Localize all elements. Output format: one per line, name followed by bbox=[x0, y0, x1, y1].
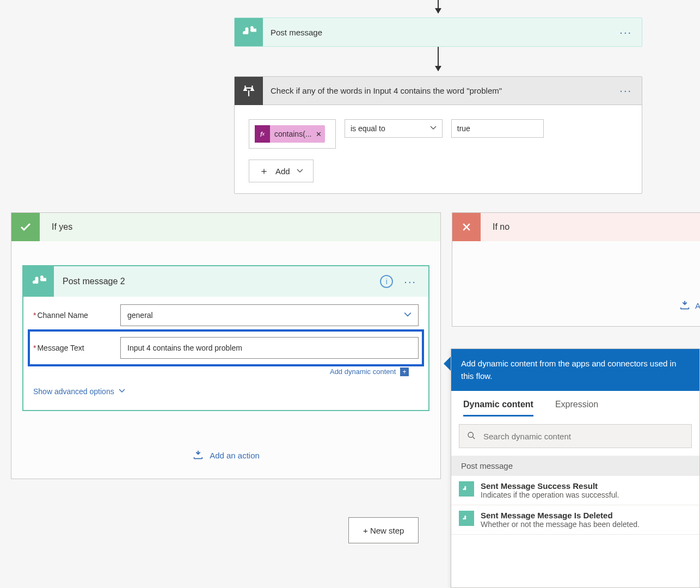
slack-icon bbox=[459, 481, 474, 497]
dynamic-content-item[interactable]: Sent Message Message Is Deleted Whether … bbox=[451, 505, 699, 535]
fx-icon: fx bbox=[255, 125, 270, 143]
branch-label: If no bbox=[493, 222, 509, 232]
info-icon[interactable]: i bbox=[380, 275, 393, 288]
add-condition-button[interactable]: ＋ Add bbox=[249, 160, 314, 182]
condition-card[interactable]: Check if any of the words in Input 4 con… bbox=[234, 76, 642, 194]
condition-title: Check if any of the words in Input 4 con… bbox=[271, 86, 616, 95]
slack-icon bbox=[459, 511, 474, 526]
add-action-link[interactable]: Add bbox=[679, 299, 700, 311]
slack-icon bbox=[23, 266, 54, 297]
svg-point-0 bbox=[468, 432, 473, 437]
message-text-input[interactable]: Input 4 contains the word problem bbox=[120, 337, 419, 359]
action-menu-icon[interactable]: ··· bbox=[401, 275, 420, 288]
item-description: Whether or not the message has been dele… bbox=[481, 520, 640, 529]
field-message-text: *Message Text Input 4 contains the word … bbox=[30, 332, 422, 364]
item-title: Sent Message Message Is Deleted bbox=[481, 511, 640, 520]
show-advanced-options-link[interactable]: Show advanced options bbox=[33, 387, 125, 396]
chevron-down-icon bbox=[430, 124, 437, 133]
control-icon bbox=[235, 77, 263, 105]
expression-token[interactable]: fx contains(... ✕ bbox=[255, 125, 325, 143]
expression-operand[interactable]: fx contains(... ✕ bbox=[249, 119, 336, 149]
compare-value-input[interactable]: true bbox=[451, 119, 544, 138]
branch-if-no: If no bbox=[452, 212, 700, 327]
tab-expression[interactable]: Expression bbox=[555, 400, 598, 416]
chevron-down-icon bbox=[119, 387, 125, 396]
item-description: Indicates if the operation was successfu… bbox=[481, 491, 619, 499]
chevron-down-icon bbox=[297, 167, 303, 176]
remove-token-icon[interactable]: ✕ bbox=[316, 130, 322, 138]
check-icon bbox=[11, 213, 40, 241]
search-icon bbox=[467, 431, 476, 442]
close-icon bbox=[452, 213, 481, 241]
plus-icon: + bbox=[400, 367, 409, 376]
branch-if-yes: If yes Post message 2 i ··· *Channel Nam… bbox=[11, 212, 441, 479]
tab-dynamic-content[interactable]: Dynamic content bbox=[463, 400, 533, 416]
add-dynamic-content-link[interactable]: Add dynamic content + bbox=[33, 364, 419, 376]
search-input[interactable] bbox=[482, 431, 684, 442]
slack-icon bbox=[235, 18, 263, 46]
chevron-down-icon bbox=[404, 311, 412, 320]
dynamic-content-panel: Add dynamic content from the apps and co… bbox=[451, 348, 700, 588]
callout-arrow bbox=[444, 356, 451, 371]
dynamic-content-item[interactable]: Sent Message Success Result Indicates if… bbox=[451, 476, 699, 505]
action-post-message-2[interactable]: Post message 2 i ··· *Channel Name gener… bbox=[22, 265, 429, 411]
action-menu-icon[interactable]: ··· bbox=[616, 26, 635, 39]
dynamic-content-search[interactable] bbox=[459, 424, 692, 448]
add-action-link[interactable]: Add an action bbox=[11, 449, 440, 461]
panel-description: Add dynamic content from the apps and co… bbox=[451, 349, 699, 391]
dynamic-section-header: Post message bbox=[451, 456, 699, 476]
action-title: Post message bbox=[271, 28, 616, 37]
branch-label: If yes bbox=[52, 222, 72, 232]
action-title: Post message 2 bbox=[63, 277, 380, 286]
operator-dropdown[interactable]: is equal to bbox=[345, 119, 443, 138]
item-title: Sent Message Success Result bbox=[481, 481, 619, 491]
field-channel-name: *Channel Name general bbox=[33, 299, 419, 332]
condition-menu-icon[interactable]: ··· bbox=[616, 84, 635, 97]
action-post-message[interactable]: Post message ··· bbox=[234, 17, 642, 47]
plus-icon: ＋ bbox=[259, 164, 269, 177]
channel-dropdown[interactable]: general bbox=[120, 304, 419, 326]
new-step-button[interactable]: + New step bbox=[348, 517, 419, 543]
